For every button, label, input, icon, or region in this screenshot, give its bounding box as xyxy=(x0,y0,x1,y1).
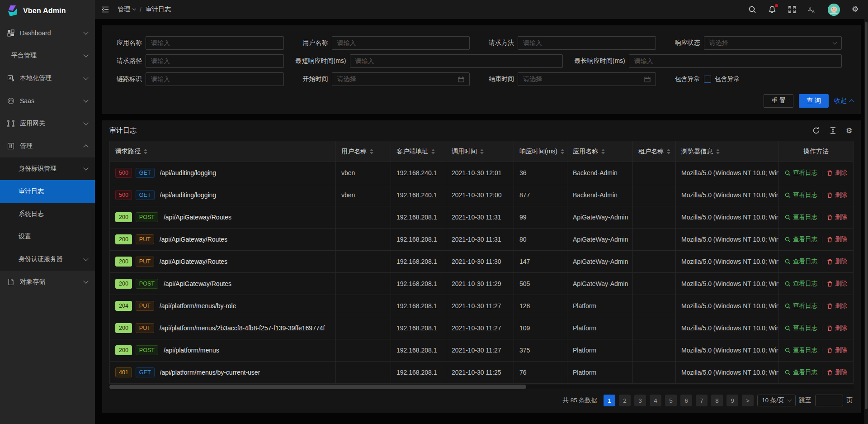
column-header-duration[interactable]: 响应时间(ms) xyxy=(514,141,567,162)
start-time-picker[interactable]: 请选择 xyxy=(332,72,470,86)
field-label: 开始时间 xyxy=(296,75,328,83)
sidebar-item-localization[interactable]: A 本地化管理 xyxy=(0,67,95,90)
page-size-select[interactable]: 10 条/页 xyxy=(757,395,796,406)
column-header-path[interactable]: 请求路径 xyxy=(110,141,336,162)
cell-client: 192.168.208.1 xyxy=(391,339,446,362)
sidebar-item-dashboard[interactable]: Dashboard xyxy=(0,22,95,44)
delete-button[interactable]: 删除 xyxy=(827,169,847,177)
page-button-9[interactable]: 9 xyxy=(726,395,738,406)
view-log-button[interactable]: 查看日志 xyxy=(785,235,817,243)
min-duration-input[interactable] xyxy=(350,54,563,68)
delete-button[interactable]: 删除 xyxy=(827,346,847,354)
sort-icon[interactable] xyxy=(561,149,564,154)
column-header-tenant[interactable]: 租户名称 xyxy=(633,141,676,162)
delete-button[interactable]: 删除 xyxy=(827,257,847,266)
delete-button[interactable]: 删除 xyxy=(827,324,847,332)
menu-fold-icon[interactable] xyxy=(101,5,109,14)
view-log-button[interactable]: 查看日志 xyxy=(785,169,817,177)
delete-button[interactable]: 删除 xyxy=(827,302,847,310)
request-method-input[interactable] xyxy=(518,36,656,50)
max-duration-input[interactable] xyxy=(629,54,842,68)
sidebar-item-management[interactable]: 管理 xyxy=(0,135,95,157)
fullscreen-icon[interactable] xyxy=(788,5,796,14)
page-button-1[interactable]: 1 xyxy=(604,395,615,406)
sidebar-item-label: 管理 xyxy=(20,142,84,150)
user-avatar[interactable] xyxy=(828,4,840,16)
page-button-6[interactable]: 6 xyxy=(680,395,692,406)
sidebar-item-gateway[interactable]: 应用网关 xyxy=(0,112,95,135)
view-log-button[interactable]: 查看日志 xyxy=(785,280,817,288)
view-log-button[interactable]: 查看日志 xyxy=(785,324,817,332)
page-button-8[interactable]: 8 xyxy=(711,395,723,406)
view-log-button[interactable]: 查看日志 xyxy=(785,302,817,310)
response-status-select[interactable]: 请选择 xyxy=(704,36,842,50)
sidebar-item-system-log[interactable]: 系统日志 xyxy=(0,203,95,225)
column-header-client[interactable]: 客户端地址 xyxy=(391,141,446,162)
delete-button[interactable]: 删除 xyxy=(827,235,847,243)
column-header-app[interactable]: 应用名称 xyxy=(567,141,633,162)
has-exception-checkbox[interactable] xyxy=(704,76,711,83)
column-header-browser[interactable]: 浏览器信息 xyxy=(676,141,779,162)
sort-icon[interactable] xyxy=(667,149,670,154)
page-button-7[interactable]: 7 xyxy=(696,395,708,406)
next-page-button[interactable]: > xyxy=(742,395,754,406)
language-icon[interactable]: 文A xyxy=(808,5,816,14)
refresh-icon[interactable] xyxy=(812,127,820,134)
app-name-input[interactable] xyxy=(146,36,284,50)
delete-button[interactable]: 删除 xyxy=(827,191,847,199)
settings-gear-icon[interactable]: ⚙ xyxy=(852,5,860,14)
column-header-user[interactable]: 用户名称 xyxy=(336,141,391,162)
sidebar-item-identity-management[interactable]: 身份标识管理 xyxy=(0,157,95,180)
sort-icon[interactable] xyxy=(431,149,435,154)
sidebar-item-object-storage[interactable]: 对象存储 xyxy=(0,271,95,293)
view-log-button[interactable]: 查看日志 xyxy=(785,191,817,199)
sidebar-item-identity-server[interactable]: 身份认证服务器 xyxy=(0,248,95,271)
sort-icon[interactable] xyxy=(601,149,605,154)
request-path-input[interactable] xyxy=(146,54,284,68)
trace-id-input[interactable] xyxy=(146,72,284,86)
delete-button[interactable]: 删除 xyxy=(827,280,847,288)
view-log-button[interactable]: 查看日志 xyxy=(785,368,817,376)
reset-button[interactable]: 重 置 xyxy=(764,94,793,108)
sidebar-item-saas[interactable]: Saas xyxy=(0,90,95,112)
page-button-4[interactable]: 4 xyxy=(650,395,661,406)
horizontal-scrollbar[interactable] xyxy=(109,385,854,389)
page-button-2[interactable]: 2 xyxy=(619,395,631,406)
jump-page-input[interactable] xyxy=(815,395,843,406)
delete-button[interactable]: 删除 xyxy=(827,368,847,376)
sort-icon[interactable] xyxy=(370,149,373,154)
view-log-button[interactable]: 查看日志 xyxy=(785,346,817,354)
search-button[interactable]: 查 询 xyxy=(799,94,829,108)
column-header-time[interactable]: 调用时间 xyxy=(446,141,514,162)
status-badge: 500 xyxy=(115,168,132,178)
app-logo[interactable]: Vben Admin xyxy=(0,0,95,22)
filter-panel: 应用名称 用户名称 请求方法 响应状态 请选择 xyxy=(102,25,861,114)
breadcrumb-parent[interactable]: 管理 xyxy=(118,5,136,14)
table-row: 500GET/api/auditing/logging vben 192.168… xyxy=(110,162,853,184)
scrollbar-thumb[interactable] xyxy=(865,22,868,409)
page-button-3[interactable]: 3 xyxy=(634,395,646,406)
collapse-link[interactable]: 收起 xyxy=(834,97,854,105)
view-log-button[interactable]: 查看日志 xyxy=(785,257,817,266)
field-label: 链路标识 xyxy=(109,75,142,83)
vertical-scrollbar[interactable] xyxy=(864,19,868,424)
page-button-5[interactable]: 5 xyxy=(665,395,677,406)
sidebar-item-audit-log[interactable]: 审计日志 xyxy=(0,180,95,203)
sidebar-item-settings[interactable]: 设置 xyxy=(0,225,95,248)
notification-bell-icon[interactable] xyxy=(768,5,776,14)
sort-icon[interactable] xyxy=(144,149,147,154)
sidebar-item-platform[interactable]: 平台管理 xyxy=(0,44,95,67)
user-name-input[interactable] xyxy=(332,36,470,50)
sort-icon[interactable] xyxy=(716,149,720,154)
cell-browser: Mozilla/5.0 (Windows NT 10.0; Win xyxy=(676,162,779,184)
column-settings-gear-icon[interactable]: ⚙ xyxy=(846,127,854,134)
scrollbar-thumb[interactable] xyxy=(109,385,526,389)
row-height-icon[interactable] xyxy=(829,127,837,134)
search-icon[interactable] xyxy=(748,5,756,14)
end-time-picker[interactable]: 请选择 xyxy=(518,72,656,86)
cell-user xyxy=(336,273,391,295)
view-log-button[interactable]: 查看日志 xyxy=(785,213,817,221)
cell-tenant xyxy=(633,339,676,362)
delete-button[interactable]: 删除 xyxy=(827,213,847,221)
sort-icon[interactable] xyxy=(480,149,484,154)
